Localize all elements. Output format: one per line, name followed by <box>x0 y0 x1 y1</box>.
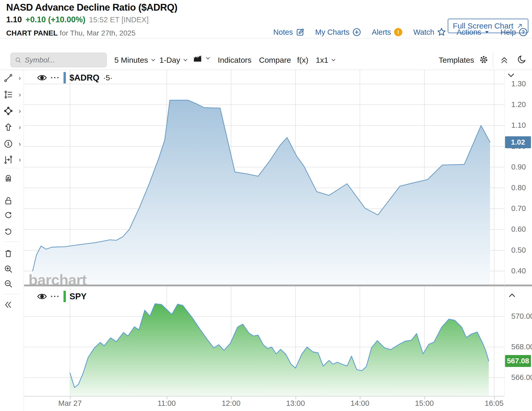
axis-collapse-down-icon[interactable] <box>508 73 514 79</box>
link-actions[interactable]: Actions <box>457 28 490 37</box>
chart-panel-page: NASD Advance Decline Ratio ($ADRQ) 1.10 … <box>0 0 532 411</box>
tool-collapse-sidebar[interactable] <box>4 300 20 310</box>
help-icon: ? <box>519 27 528 37</box>
caret-filled-icon <box>484 29 490 35</box>
tool-unlock[interactable] <box>4 196 20 206</box>
chevron-right-icon: › <box>19 91 21 99</box>
gear-icon <box>479 54 489 65</box>
tool-measure[interactable]: › <box>4 154 20 165</box>
tool-delete[interactable] <box>4 248 20 259</box>
indicators-button[interactable]: Indicators <box>218 56 251 65</box>
SPY-area <box>70 304 489 396</box>
y-axis-border <box>504 70 505 396</box>
legend-color-bar <box>64 291 66 302</box>
compare-button[interactable]: Compare <box>259 56 291 65</box>
circle-plus-icon <box>352 27 361 37</box>
grid-layout-dropdown[interactable]: 1x1 <box>316 56 335 65</box>
link-watch[interactable]: Watch <box>413 27 446 37</box>
chart-type-dropdown[interactable] <box>192 54 210 63</box>
adrq-chart[interactable] <box>24 70 504 285</box>
link-label: Watch <box>413 28 434 37</box>
arrow-marker-icon <box>4 123 13 132</box>
drawing-tools-icon <box>4 90 13 99</box>
tool-magnet[interactable] <box>4 173 20 183</box>
annotation-number-icon: 1 <box>4 139 13 148</box>
range-dropdown[interactable]: 1-Day <box>159 56 187 65</box>
sidebar-divider <box>4 168 19 168</box>
y-axis-label: 0.70 <box>511 204 532 213</box>
dark-mode-button[interactable] <box>516 54 527 65</box>
chevron-right-icon: › <box>19 123 21 131</box>
x-axis-tick <box>231 396 232 399</box>
delete-icon <box>4 249 13 258</box>
chevron-down-icon <box>206 57 210 60</box>
y-axis-label: 566.00 <box>511 373 532 382</box>
link-alerts[interactable]: Alerts! <box>372 27 403 37</box>
svg-text:1: 1 <box>7 141 10 146</box>
$ADRQ-legend[interactable]: ···$ADRQ·5· <box>37 72 113 83</box>
x-axis-tick <box>296 396 296 399</box>
SPY-legend[interactable]: ···SPY <box>37 291 87 302</box>
header-divider <box>0 38 532 38</box>
quote-timestamp: 15:52 ET [INDEX] <box>89 16 149 24</box>
y-axis-label: 0.60 <box>511 225 532 233</box>
tool-annotation-number[interactable]: 1› <box>4 139 20 149</box>
$ADRQ-last-price-badge: 1.02 <box>505 136 531 148</box>
x-axis-line <box>24 396 504 396</box>
templates-button[interactable]: Templates <box>439 56 474 65</box>
y-axis-label: 1.20 <box>511 100 532 109</box>
page-title: NASD Advance Decline Ratio ($ADRQ) <box>6 2 177 13</box>
period-label: 5 Minutes <box>114 56 148 65</box>
search-icon <box>15 56 22 64</box>
star-icon <box>437 27 446 37</box>
legend-options-icon[interactable]: ··· <box>51 294 60 299</box>
fx-button[interactable]: f(x) <box>297 56 308 65</box>
zoom-out-icon <box>4 279 13 288</box>
chevron-down-icon <box>183 59 187 61</box>
x-axis-label: 11:00 <box>151 399 182 408</box>
collapse-sidebar-icon <box>4 300 13 309</box>
measure-icon <box>4 155 13 164</box>
range-label: 1-Day <box>159 56 180 65</box>
breadcrumb: CHART PANEL for Thu, Mar 27th, 2025 <box>6 29 135 37</box>
chart-panel-label: CHART PANEL <box>6 29 58 37</box>
unlock-icon <box>4 196 13 205</box>
tool-undo[interactable] <box>4 210 20 221</box>
tool-trend-line[interactable]: › <box>4 73 20 83</box>
x-axis-tick <box>494 396 495 399</box>
tool-shapes[interactable]: › <box>4 106 20 116</box>
spy-chart[interactable] <box>24 287 504 396</box>
toolbar-divider <box>493 52 493 68</box>
tool-drawing-tools[interactable]: › <box>4 89 20 100</box>
x-axis-label: 14:00 <box>344 399 375 408</box>
settings-button[interactable] <box>479 54 489 65</box>
legend-symbol: SPY <box>69 292 87 301</box>
chevron-right-icon: › <box>19 140 21 148</box>
link-label: Help <box>500 28 516 37</box>
link-notes[interactable]: Notes <box>273 27 305 37</box>
y-axis-label: 568.00 <box>511 343 532 351</box>
undo-icon <box>4 211 13 220</box>
symbol-search-box[interactable] <box>10 53 107 67</box>
panel-resize-divider[interactable] <box>24 285 532 286</box>
chevron-right-icon: › <box>19 156 21 164</box>
tool-zoom-out[interactable] <box>4 279 20 289</box>
tool-zoom-in[interactable] <box>4 264 20 274</box>
tool-arrow-marker[interactable]: › <box>4 122 20 132</box>
chevron-down-icon <box>331 59 335 61</box>
legend-color-bar <box>64 72 66 83</box>
$ADRQ-area <box>33 100 490 285</box>
x-axis-tick <box>424 396 425 399</box>
link-my-charts[interactable]: My Charts <box>315 27 361 37</box>
zoom-in-icon <box>4 264 13 274</box>
axis-collapse-up-icon[interactable] <box>509 293 515 299</box>
link-help[interactable]: Help? <box>500 27 528 37</box>
symbol-input[interactable] <box>25 56 102 64</box>
collapse-toolbar-button[interactable] <box>499 55 509 65</box>
period-dropdown[interactable]: 5 Minutes <box>114 56 155 65</box>
legend-options-icon[interactable]: ··· <box>51 75 60 80</box>
alert-icon: ! <box>394 27 403 37</box>
tool-redo[interactable] <box>4 227 20 237</box>
header-links-row: NotesMy ChartsAlerts!WatchActionsHelp? <box>273 27 528 37</box>
magnet-icon <box>4 173 13 182</box>
